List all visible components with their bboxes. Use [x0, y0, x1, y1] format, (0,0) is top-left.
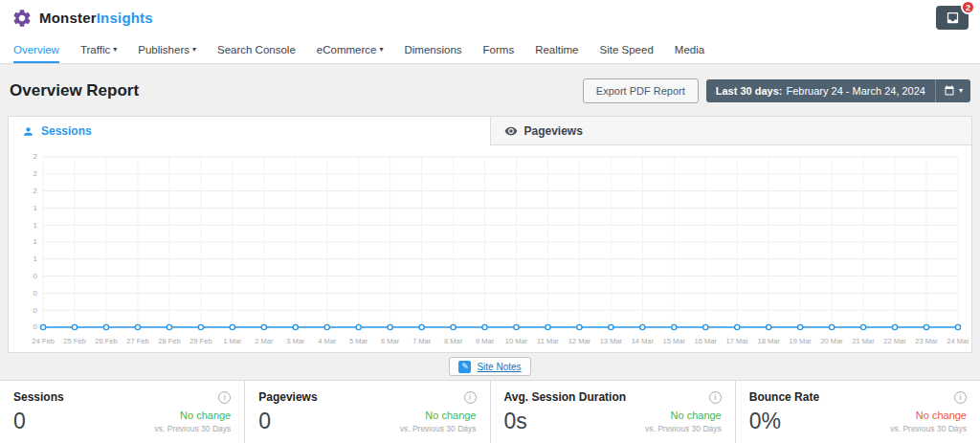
svg-text:26 Feb: 26 Feb: [95, 337, 117, 345]
chevron-down-icon: ▾: [379, 46, 383, 54]
date-picker-toggle[interactable]: ▾: [935, 79, 970, 102]
svg-text:14 Mar: 14 Mar: [632, 337, 655, 345]
svg-text:20 Mar: 20 Mar: [820, 337, 843, 345]
sessions-chart-area: 2221111000024 Feb25 Feb26 Feb27 Feb28 Fe…: [9, 145, 971, 352]
stat-change: No change: [425, 410, 476, 421]
report-toolbar: Overview Report Export PDF Report Last 3…: [10, 78, 970, 104]
info-icon[interactable]: i: [218, 391, 231, 404]
tab-sessions[interactable]: Sessions: [9, 117, 490, 145]
logo-text-insights: Insights: [97, 10, 153, 26]
svg-text:9 Mar: 9 Mar: [476, 337, 495, 345]
nav-item-ecommerce[interactable]: eCommerce▾: [317, 35, 384, 63]
nav-item-overview[interactable]: Overview: [13, 35, 59, 63]
pencil-icon: ✎: [458, 361, 471, 373]
chart-tabs: Sessions Pageviews: [9, 117, 971, 145]
svg-text:1 Mar: 1 Mar: [223, 337, 242, 345]
svg-text:4 Mar: 4 Mar: [318, 337, 337, 345]
stat-compare: vs. Previous 30 Days: [645, 424, 722, 433]
calendar-icon: [944, 85, 955, 97]
gear-logo-icon: [11, 8, 33, 29]
svg-text:2: 2: [33, 187, 38, 195]
notifications-button[interactable]: 2: [936, 6, 969, 30]
svg-text:0: 0: [33, 289, 38, 298]
svg-text:2: 2: [33, 153, 38, 162]
site-notes-row: ✎ Site Notes: [8, 357, 972, 376]
tab-pageviews-label: Pageviews: [524, 124, 583, 138]
svg-text:23 Mar: 23 Mar: [915, 337, 938, 345]
stat-title: Sessions: [13, 390, 64, 404]
stat-compare: vs. Previous 30 Days: [154, 424, 231, 433]
stat-compare: vs. Previous 30 Days: [890, 424, 967, 433]
chevron-down-icon: ▾: [192, 46, 196, 54]
monsterinsights-logo: MonsterInsights: [11, 8, 153, 29]
stat-change: No change: [671, 410, 722, 421]
nav-item-media[interactable]: Media: [675, 35, 704, 63]
nav-item-publishers[interactable]: Publishers▾: [138, 35, 196, 63]
nav-item-search-console[interactable]: Search Console: [217, 35, 296, 63]
tab-sessions-label: Sessions: [41, 124, 92, 138]
svg-text:0: 0: [33, 323, 38, 332]
nav-item-dimensions[interactable]: Dimensions: [404, 35, 461, 63]
svg-text:17 Mar: 17 Mar: [726, 337, 749, 345]
nav-item-forms[interactable]: Forms: [483, 35, 515, 63]
nav-item-realtime[interactable]: Realtime: [535, 35, 578, 63]
person-icon: [22, 125, 34, 138]
stat-card-pageviews: Pageviewsi 0 No changevs. Previous 30 Da…: [244, 381, 489, 443]
svg-text:16 Mar: 16 Mar: [695, 337, 718, 345]
nav-label: Traffic: [80, 44, 110, 55]
stat-card-avg-session-duration: Avg. Session Durationi 0s No changevs. P…: [490, 381, 735, 443]
site-notes-label: Site Notes: [477, 362, 521, 372]
overview-chart-card: Sessions Pageviews 2221111000024 Feb25 F…: [8, 116, 972, 353]
top-header: MonsterInsights 2: [0, 0, 980, 35]
svg-text:18 Mar: 18 Mar: [758, 337, 781, 345]
svg-text:11 Mar: 11 Mar: [537, 337, 559, 345]
date-range-label: Last 30 days:: [716, 85, 783, 97]
svg-text:3 Mar: 3 Mar: [286, 337, 305, 345]
svg-text:24 Mar: 24 Mar: [947, 337, 969, 345]
logo-text: MonsterInsights: [39, 10, 153, 26]
stat-change: No change: [180, 410, 231, 421]
stat-title: Avg. Session Duration: [504, 390, 627, 404]
stat-card-bounce-rate: Bounce Ratei 0% No changevs. Previous 30…: [735, 381, 980, 443]
stat-change: No change: [916, 410, 967, 421]
chevron-down-icon: ▾: [113, 46, 117, 54]
report-nav: Overview Traffic▾ Publishers▾ Search Con…: [0, 35, 980, 64]
notification-count-badge: 2: [961, 0, 975, 14]
export-pdf-button[interactable]: Export PDF Report: [583, 78, 699, 103]
stats-summary-row: Sessionsi 0 No changevs. Previous 30 Day…: [0, 380, 980, 443]
svg-text:1: 1: [33, 221, 38, 230]
date-range-button[interactable]: Last 30 days:February 24 - March 24, 202…: [706, 79, 970, 102]
svg-text:28 Feb: 28 Feb: [158, 337, 180, 345]
eye-icon: [504, 124, 518, 138]
info-icon[interactable]: i: [709, 391, 722, 404]
info-icon[interactable]: i: [954, 391, 967, 404]
svg-text:25 Feb: 25 Feb: [63, 337, 85, 345]
stat-title: Bounce Rate: [749, 390, 819, 404]
inbox-icon: [946, 11, 960, 25]
svg-text:2: 2: [33, 169, 38, 178]
stat-compare: vs. Previous 30 Days: [400, 424, 477, 433]
svg-text:2 Mar: 2 Mar: [255, 337, 274, 345]
svg-text:1: 1: [33, 204, 38, 212]
svg-text:10 Mar: 10 Mar: [505, 337, 528, 345]
stat-value: 0s: [504, 410, 527, 433]
stat-card-sessions: Sessionsi 0 No changevs. Previous 30 Day…: [0, 381, 244, 443]
tab-pageviews[interactable]: Pageviews: [490, 117, 972, 145]
svg-text:27 Feb: 27 Feb: [126, 337, 148, 345]
main-content: Overview Report Export PDF Report Last 3…: [0, 64, 980, 443]
sessions-line-chart: 2221111000024 Feb25 Feb26 Feb27 Feb28 Fe…: [9, 145, 971, 352]
chevron-down-icon: ▾: [959, 87, 963, 95]
date-range-text: Last 30 days:February 24 - March 24, 202…: [706, 79, 935, 102]
svg-text:24 Feb: 24 Feb: [32, 337, 54, 345]
logo-text-monster: Monster: [39, 10, 97, 26]
site-notes-button[interactable]: ✎ Site Notes: [449, 357, 530, 376]
nav-item-site-speed[interactable]: Site Speed: [600, 35, 654, 63]
svg-text:1: 1: [33, 255, 38, 263]
stat-title: Pageviews: [258, 390, 317, 404]
svg-text:12 Mar: 12 Mar: [568, 337, 591, 345]
nav-item-traffic[interactable]: Traffic▾: [80, 35, 117, 63]
svg-text:8 Mar: 8 Mar: [444, 337, 463, 345]
nav-label: Publishers: [138, 44, 189, 55]
stat-value: 0%: [749, 410, 781, 433]
info-icon[interactable]: i: [464, 391, 477, 404]
